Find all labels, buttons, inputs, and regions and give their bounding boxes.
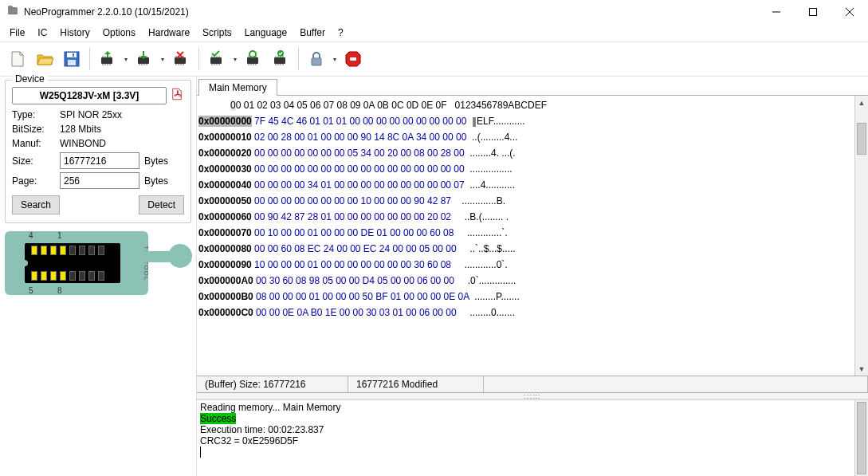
page-label: Page: xyxy=(12,175,60,187)
svg-rect-8 xyxy=(210,57,222,64)
chip-lever-knob-icon xyxy=(168,244,192,268)
type-label: Type: xyxy=(12,109,60,120)
svg-rect-0 xyxy=(810,9,817,16)
protect-button[interactable] xyxy=(304,46,329,72)
svg-rect-15 xyxy=(350,57,356,61)
menu-help[interactable]: ? xyxy=(332,26,350,40)
maximize-button[interactable] xyxy=(795,0,831,24)
blank-check-button[interactable] xyxy=(241,46,266,72)
menu-bar: File IC History Options Hardware Scripts… xyxy=(0,24,868,41)
hex-scrollbar[interactable]: ▲ ▼ xyxy=(854,96,868,376)
status-bar: (Buffer) Size: 16777216 16777216 Modifie… xyxy=(197,376,868,393)
stop-button[interactable] xyxy=(340,46,366,72)
verify-ic-dropdown[interactable]: ▾ xyxy=(231,46,239,72)
title-bar: NeoProgrammer 2.2.0.10 (10/15/2021) xyxy=(0,0,868,24)
device-group-title: Device xyxy=(12,73,48,85)
size-label: Size: xyxy=(12,155,60,167)
pdf-icon[interactable] xyxy=(170,87,184,104)
open-file-button[interactable] xyxy=(32,46,57,72)
type-value: SPI NOR 25xx xyxy=(60,109,184,120)
manuf-label: Manuf: xyxy=(12,138,60,149)
chip-diagram: 4 1 5 8 TEXTOOL xyxy=(5,231,148,295)
svg-rect-11 xyxy=(274,57,285,64)
svg-point-10 xyxy=(249,51,256,57)
menu-history[interactable]: History xyxy=(53,26,96,40)
write-ic-dropdown[interactable]: ▾ xyxy=(159,46,167,72)
size-input[interactable] xyxy=(60,152,139,169)
detect-button[interactable]: Detect xyxy=(139,195,184,214)
svg-rect-9 xyxy=(247,57,258,64)
bitsize-label: BitSize: xyxy=(12,124,60,135)
read-ic-button[interactable] xyxy=(95,46,120,72)
device-name-field[interactable]: W25Q128JV-xM [3.3V] xyxy=(12,87,167,104)
hex-viewer[interactable]: 00 01 02 03 04 05 06 07 08 09 0A 0B 0C 0… xyxy=(197,96,868,376)
bitsize-value: 128 Mbits xyxy=(60,124,184,135)
horizontal-splitter[interactable]: :::::: xyxy=(197,393,868,399)
erase-ic-button[interactable] xyxy=(168,46,194,72)
protect-dropdown[interactable]: ▾ xyxy=(331,46,339,72)
log-line-success: Success xyxy=(200,413,236,424)
close-button[interactable] xyxy=(831,0,868,24)
auto-button[interactable] xyxy=(268,46,293,72)
buffer-size-cell: (Buffer) Size: 16777216 xyxy=(197,376,348,392)
app-icon xyxy=(6,4,24,20)
menu-hardware[interactable]: Hardware xyxy=(142,26,196,40)
tab-main-memory[interactable]: Main Memory xyxy=(198,79,277,96)
menu-scripts[interactable]: Scripts xyxy=(196,26,238,40)
menu-buffer[interactable]: Buffer xyxy=(293,26,332,40)
toolbar-separator-2 xyxy=(198,48,199,70)
log-line-reading: Reading memory... Main Memory xyxy=(200,402,865,413)
read-ic-dropdown[interactable]: ▾ xyxy=(122,46,130,72)
log-output[interactable]: Reading memory... Main Memory Success Ex… xyxy=(197,399,868,476)
log-scrollbar[interactable] xyxy=(854,400,868,476)
search-button[interactable]: Search xyxy=(12,195,60,214)
write-ic-button[interactable] xyxy=(132,46,157,72)
log-cursor xyxy=(200,446,201,458)
svg-rect-7 xyxy=(175,57,186,64)
window-title: NeoProgrammer 2.2.0.10 (10/15/2021) xyxy=(24,6,758,18)
log-line-crc: CRC32 = 0xE2596D5F xyxy=(200,435,865,446)
svg-rect-5 xyxy=(101,57,112,64)
svg-rect-2 xyxy=(67,53,77,57)
tab-bar: Main Memory xyxy=(197,77,868,96)
toolbar-separator xyxy=(89,48,90,70)
status-empty-cell xyxy=(484,376,868,392)
svg-rect-4 xyxy=(73,53,74,57)
page-unit: Bytes xyxy=(144,175,168,187)
device-panel: Device W25Q128JV-xM [3.3V] Type:SPI NOR … xyxy=(0,77,196,476)
new-file-button[interactable] xyxy=(5,46,30,72)
page-input[interactable] xyxy=(60,172,139,189)
svg-rect-3 xyxy=(68,60,76,65)
manuf-value: WINBOND xyxy=(60,138,184,149)
toolbar: ▾ ▾ ▾ ▾ xyxy=(0,41,868,77)
menu-file[interactable]: File xyxy=(3,26,31,40)
size-unit: Bytes xyxy=(144,155,168,167)
verify-ic-button[interactable] xyxy=(204,46,230,72)
toolbar-separator-3 xyxy=(298,48,299,70)
menu-options[interactable]: Options xyxy=(96,26,142,40)
save-file-button[interactable] xyxy=(59,46,84,72)
svg-rect-13 xyxy=(312,58,321,65)
modified-cell: 16777216 Modified xyxy=(348,376,484,392)
log-line-exec-time: Execution time: 00:02:23.837 xyxy=(200,424,865,435)
menu-language[interactable]: Language xyxy=(238,26,293,40)
menu-ic[interactable]: IC xyxy=(31,26,53,40)
minimize-button[interactable] xyxy=(758,0,795,24)
